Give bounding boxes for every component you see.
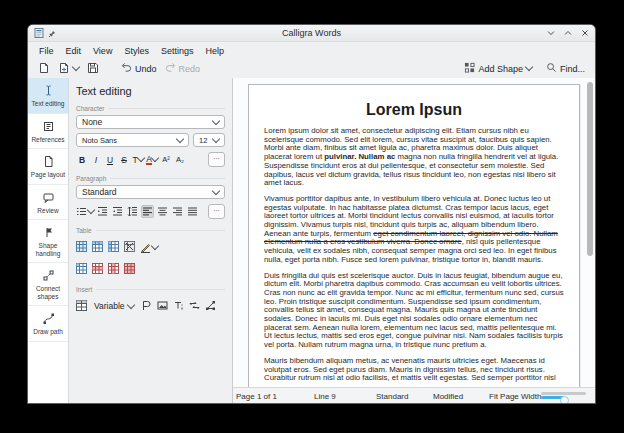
menu-edit[interactable]: Edit [60,44,88,58]
character-style-value: None [82,117,102,127]
insert-row-button[interactable] [92,238,103,256]
menu-help[interactable]: Help [199,44,230,58]
undo-button[interactable]: Undo [118,60,160,77]
undo-label: Undo [135,64,157,74]
insert-page-break-button[interactable] [189,297,200,315]
variable-dropdown[interactable]: Variable [92,301,136,311]
merge-cells-button[interactable] [124,260,135,278]
delete-row-button[interactable] [92,260,103,278]
delete-column-button[interactable] [108,260,119,278]
tab-connect-shapes[interactable]: Connect shapes [28,263,68,306]
open-document-button[interactable] [55,60,82,78]
chevron-down-icon [126,300,134,308]
open-recent-chevron-icon[interactable] [72,63,80,71]
menu-settings[interactable]: Settings [155,44,200,58]
new-document-button[interactable] [35,60,53,78]
align-right-button[interactable] [171,205,184,218]
add-shape-icon [464,62,475,75]
tab-page-layout[interactable]: Page layout [28,149,68,185]
modified-indicator: Modified [433,392,463,401]
main-content: Text editing References Page layout Revi… [28,78,595,403]
search-icon [546,62,557,75]
insert-column-button[interactable] [108,238,119,256]
maximize-button[interactable] [564,29,572,37]
open-document-icon [58,62,70,76]
increase-indent-button[interactable] [96,205,109,218]
title-bar[interactable]: Calligra Words [28,25,595,42]
insert-text-frame-button[interactable] [173,297,184,315]
superscript-button[interactable]: A² [160,153,172,166]
insert-link-button[interactable] [205,297,216,315]
bold-button[interactable]: B [76,153,88,166]
character-style-combo[interactable]: None [76,115,225,129]
insert-table-button[interactable] [76,238,87,256]
paragraph-style-combo[interactable]: Standard [76,185,225,199]
font-color-button[interactable]: A [146,153,158,166]
font-family-combo[interactable]: Noto Sans [76,133,189,147]
insert-info-table-button[interactable] [76,297,87,315]
find-button[interactable]: Find... [543,60,588,77]
pin-icon[interactable] [48,25,56,42]
special-character-button[interactable] [141,297,152,315]
tab-label: Shape handling [29,242,67,257]
add-shape-button[interactable]: Add Shape [461,60,535,77]
vertical-scrollbar[interactable] [587,81,593,384]
underline-button[interactable]: U [104,153,116,166]
add-shape-label: Add Shape [478,64,523,74]
character-section-label: Character [76,105,225,112]
table-section-label: Table [76,227,225,234]
align-justify-button[interactable] [186,205,199,218]
new-document-icon [38,62,50,76]
character-more-button[interactable]: ... [208,152,225,167]
font-size-combo[interactable]: 12 [193,133,225,147]
line-spacing-button[interactable] [126,205,139,218]
status-bar: Page 1 of 1 Line 9 Standard Modified Fit… [233,387,595,403]
zoom-slider-knob[interactable] [560,396,569,403]
zoom-slider[interactable] [541,392,586,395]
chevron-down-icon [212,134,220,142]
strikethrough-button[interactable]: S [118,153,130,166]
redo-icon [165,62,176,75]
table-border-pen-button[interactable] [140,241,158,254]
document-paragraph: Vivamus porttitor dapibus ante, in vesti… [264,195,564,265]
document-page[interactable]: Lorem Ipsun Lorem ipsum dolor sit amet, … [248,84,580,387]
document-paragraph: Duis fringilla dui quis est scelerisque … [264,272,564,350]
document-canvas[interactable]: Lorem Ipsun Lorem ipsum dolor sit amet, … [233,78,595,387]
decrease-indent-button[interactable] [111,205,124,218]
find-label: Find... [560,64,585,74]
scrollbar-thumb[interactable] [587,82,593,256]
chevron-down-icon [136,154,144,162]
insert-image-button[interactable] [157,297,168,315]
save-button[interactable] [84,60,102,78]
split-cells-button[interactable] [76,260,87,278]
variable-value: Variable [94,301,125,311]
tab-review[interactable]: Review [28,185,68,221]
tab-label: Page layout [31,171,65,179]
document-paragraph: Lorem ipsum dolor sit amet, consectetur … [264,127,564,188]
subscript-button[interactable]: A₂ [174,153,186,166]
minimize-button[interactable] [547,29,555,37]
paragraph-style-indicator[interactable]: Standard [376,392,408,401]
menu-styles[interactable]: Styles [118,44,155,58]
italic-button[interactable]: I [90,153,102,166]
zoom-mode-indicator[interactable]: Fit Page Width [489,392,541,401]
menu-view[interactable]: View [87,44,118,58]
delete-table-button[interactable] [124,238,135,256]
tab-draw-path[interactable]: Draw path [28,306,68,342]
tab-references[interactable]: References [28,114,68,150]
undo-icon [121,62,132,75]
chevron-down-icon [212,116,220,124]
align-left-button[interactable] [141,205,154,218]
list-style-button[interactable] [76,205,94,218]
tab-shape-handling[interactable]: Shape handling [28,220,68,263]
change-case-button[interactable]: T [132,153,144,166]
redo-button[interactable]: Redo [162,60,204,77]
tab-text-editing[interactable]: Text editing [28,78,68,114]
paragraph-more-button[interactable]: ... [208,204,225,219]
review-icon [42,191,55,204]
document-body[interactable]: Lorem ipsum dolor sit amet, consectetur … [264,127,564,383]
close-button[interactable] [581,29,589,37]
menu-file[interactable]: File [33,44,60,58]
align-center-button[interactable] [156,205,169,218]
text-editing-icon [42,84,55,97]
